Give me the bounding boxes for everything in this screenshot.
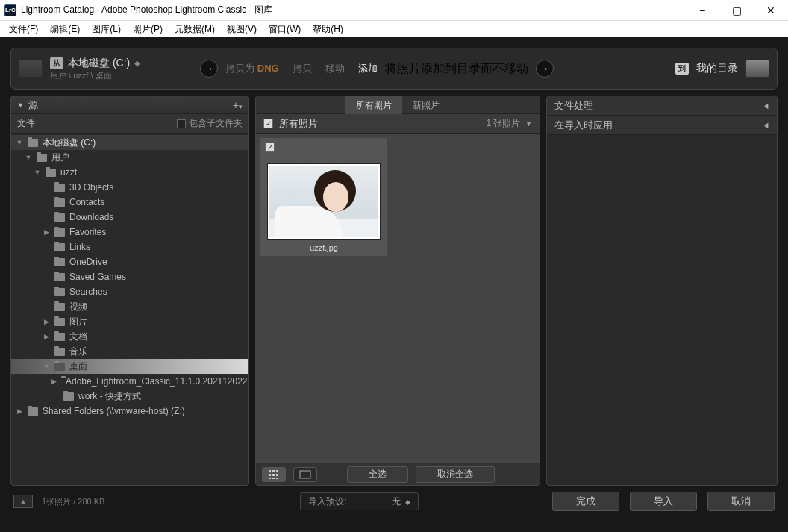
tree-arrow-icon: ▼ [16, 139, 23, 146]
arrow-right-icon[interactable]: → [536, 60, 554, 78]
source-drive-label[interactable]: 本地磁盘 (C:) [68, 57, 130, 70]
tree-arrow-icon: ▶ [43, 228, 50, 236]
source-panel-header[interactable]: ▼ 源 +▾ [11, 96, 248, 114]
tree-label: Saved Games [69, 272, 126, 282]
folder-icon [28, 139, 38, 147]
settings-row[interactable]: 文件处理◀ [547, 96, 777, 116]
folder-icon [54, 213, 65, 222]
shelf-toggle-button[interactable]: ▲ [13, 495, 33, 508]
folder-icon [54, 198, 65, 207]
thumbnail-cell[interactable]: ✓ uzzf.jpg [260, 138, 387, 256]
tree-row[interactable]: ▼uzzf [11, 165, 248, 180]
settings-row[interactable]: 在导入时应用◀ [547, 116, 777, 135]
preview-panel: 所有照片新照片 ✓ 所有照片 1 张照片 ▼ ✓ uzzf.jpg [255, 96, 540, 486]
tree-arrow-icon: ▶ [43, 318, 50, 325]
import-action[interactable]: 添加 [358, 62, 378, 75]
menu-item[interactable]: 窗口(W) [263, 21, 307, 37]
select-all-button[interactable]: 全选 [347, 466, 408, 483]
menu-item[interactable]: 帮助(H) [307, 21, 349, 37]
source-path: 用户 \ uzzf \ 桌面 [50, 70, 140, 81]
import-action[interactable]: 拷贝为 DNG [225, 62, 279, 75]
triangle-down-icon[interactable]: ▼ [525, 120, 532, 128]
folder-icon [63, 392, 74, 401]
import-preset-bar[interactable]: 导入预设: 无 ◆ [300, 492, 419, 510]
svg-rect-0 [269, 470, 271, 472]
svg-rect-9 [300, 471, 310, 478]
tree-row[interactable]: work - 快捷方式 [11, 389, 248, 404]
tree-row[interactable]: ▶Favorites [11, 225, 248, 240]
folder-icon [54, 363, 65, 371]
done-button[interactable]: 完成 [552, 492, 619, 511]
tree-row[interactable]: Searches [11, 284, 248, 299]
svg-rect-2 [276, 470, 278, 472]
folder-icon [37, 154, 47, 162]
loupe-view-button[interactable] [293, 467, 317, 482]
tree-arrow-icon: ▶ [43, 333, 50, 340]
tree-row[interactable]: Downloads [11, 210, 248, 225]
preset-label: 导入预设: [308, 495, 346, 508]
tree-row[interactable]: ▶Shared Folders (\\vmware-host) (Z:) [11, 404, 248, 419]
svg-rect-1 [272, 470, 275, 472]
menu-item[interactable]: 元数据(M) [169, 21, 221, 37]
add-source-icon[interactable]: +▾ [233, 99, 243, 111]
arrow-right-icon[interactable]: → [200, 60, 218, 78]
preview-tab[interactable]: 所有照片 [345, 96, 402, 114]
thumbnail-filename: uzzf.jpg [310, 243, 338, 254]
folder-icon [54, 258, 65, 266]
bottom-bar: ▲ 1张照片 / 280 KB 导入预设: 无 ◆ 完成 导入 取消 [10, 492, 778, 511]
photo-count: 1 张照片 [486, 118, 520, 128]
thumbnail-grid: ✓ uzzf.jpg [256, 134, 540, 463]
tree-row[interactable]: ▶图片 [11, 314, 248, 329]
menu-item[interactable]: 文件(F) [3, 21, 44, 37]
tree-row[interactable]: OneDrive [11, 254, 248, 269]
import-action[interactable]: 拷贝 [293, 62, 312, 75]
cancel-button[interactable]: 取消 [707, 492, 775, 511]
source-panel-title: 源 [28, 98, 38, 112]
preview-tab[interactable]: 新照片 [402, 96, 450, 114]
destination-label[interactable]: 我的目录 [696, 62, 738, 75]
menubar: 文件(F)编辑(E)图库(L)照片(P)元数据(M)视图(V)窗口(W)帮助(H… [0, 21, 788, 37]
tree-label: Downloads [69, 212, 113, 222]
tree-row[interactable]: 视频 [11, 299, 248, 314]
minimize-button[interactable]: − [685, 0, 719, 21]
tree-label: Favorites [69, 227, 106, 237]
tree-label: 用户 [51, 151, 69, 164]
import-actions: 拷贝为 DNG拷贝移动添加 [225, 62, 378, 75]
menu-item[interactable]: 编辑(E) [44, 21, 86, 37]
tree-row-selected[interactable]: ▼桌面 [11, 359, 248, 374]
tree-row[interactable]: ▶文档 [11, 329, 248, 344]
tree-row[interactable]: Saved Games [11, 269, 248, 284]
tree-row[interactable]: Contacts [11, 195, 248, 210]
tree-row[interactable]: ▼用户 [11, 150, 248, 165]
menu-item[interactable]: 图库(L) [86, 21, 127, 37]
folder-icon [54, 318, 65, 326]
svg-rect-7 [272, 478, 275, 479]
menu-item[interactable]: 照片(P) [127, 21, 169, 37]
svg-rect-4 [272, 474, 275, 476]
close-button[interactable]: ✕ [754, 0, 788, 21]
menu-item[interactable]: 视图(V) [221, 21, 263, 37]
grid-view-button[interactable] [262, 467, 286, 482]
triangle-left-icon: ◀ [764, 101, 769, 110]
tree-row[interactable]: ▼本地磁盘 (C:) [11, 135, 248, 150]
thumbnail-image[interactable] [268, 164, 380, 239]
tree-row[interactable]: 音乐 [11, 344, 248, 359]
tree-label: Links [69, 242, 90, 252]
import-action[interactable]: 移动 [325, 62, 345, 75]
chevron-down-icon[interactable]: ◆ [405, 498, 410, 506]
folder-icon [54, 348, 65, 356]
select-all-checkbox[interactable]: ✓ [263, 119, 273, 128]
tree-row[interactable]: 3D Objects [11, 180, 248, 195]
folder-icon [54, 184, 65, 192]
deselect-all-button[interactable]: 取消全选 [416, 466, 495, 483]
tree-row[interactable]: Links [11, 240, 248, 254]
tree-row[interactable]: ▶Adobe_Lightroom_Classic_11.1.0.20211202… [11, 374, 248, 389]
include-subfolders-checkbox[interactable] [177, 119, 186, 128]
folder-icon [28, 407, 38, 416]
chevron-down-icon[interactable]: ◆ [134, 59, 140, 67]
thumbnail-checkbox[interactable]: ✓ [265, 143, 275, 152]
import-button[interactable]: 导入 [630, 492, 697, 511]
folder-icon [54, 288, 65, 296]
files-label: 文件 [17, 117, 35, 130]
maximize-button[interactable]: ▢ [719, 0, 754, 21]
